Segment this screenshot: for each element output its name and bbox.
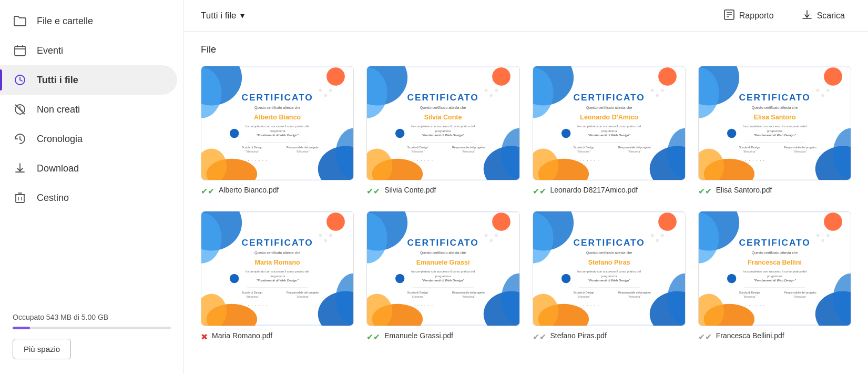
- sidebar-label-download: Download: [37, 163, 79, 174]
- file-name-row: ✔✔Elisa Santoro.pdf: [698, 186, 851, 196]
- svg-text:CERTIFICATO: CERTIFICATO: [242, 237, 313, 248]
- svg-text:Questo certificato attesta che: Questo certificato attesta che: [420, 106, 466, 110]
- svg-text:"Messina": "Messina": [628, 296, 642, 299]
- svg-point-170: [656, 239, 659, 242]
- file-thumbnail: CERTIFICATO Questo certificato attesta c…: [201, 211, 354, 326]
- svg-text:Questo certificato attesta che: Questo certificato attesta che: [254, 251, 300, 256]
- svg-point-51: [495, 89, 498, 92]
- svg-point-123: [329, 234, 332, 237]
- file-item[interactable]: CERTIFICATO Questo certificato attesta c…: [201, 66, 354, 196]
- svg-text:Questo certificato attesta che: Questo certificato attesta che: [752, 106, 798, 110]
- sidebar-item-download[interactable]: Download: [0, 154, 177, 183]
- file-name-row: ✔✔Stefano Piras.pdf: [533, 331, 686, 342]
- svg-text:programma: programma: [435, 129, 451, 133]
- svg-text:ha completato con successo il : ha completato con successo il corso prat…: [411, 270, 475, 273]
- more-space-button[interactable]: Più spazio: [13, 339, 71, 359]
- svg-text:Maria Romano: Maria Romano: [255, 259, 301, 266]
- report-label: Rapporto: [739, 11, 774, 21]
- scarica-button[interactable]: Scarica: [795, 6, 851, 26]
- sidebar-item-file-e-cartelle[interactable]: File e cartelle: [0, 6, 177, 36]
- check-icon: ✔✔: [201, 186, 215, 196]
- file-thumbnail: CERTIFICATO Questo certificato attesta c…: [366, 66, 519, 180]
- svg-text:Responsabile del progetto: Responsabile del progetto: [452, 146, 485, 149]
- svg-text:"Messina": "Messina": [577, 150, 591, 153]
- file-item[interactable]: CERTIFICATO Questo certificato attesta c…: [533, 211, 686, 341]
- trash-icon: [13, 190, 27, 205]
- svg-text:"Messina": "Messina": [462, 150, 476, 153]
- svg-text:Questo certificato attesta che: Questo certificato attesta che: [586, 251, 632, 256]
- filter-button[interactable]: Tutti i file ▾: [201, 11, 244, 21]
- svg-point-98: [821, 94, 824, 97]
- svg-point-71: [658, 67, 677, 86]
- report-button[interactable]: Rapporto: [717, 6, 780, 26]
- svg-point-96: [727, 129, 736, 138]
- file-item[interactable]: CERTIFICATO Questo certificato attesta c…: [201, 211, 354, 341]
- check-icon: ✔✔: [366, 186, 380, 196]
- storage-section: Occupato 543 MB di 5.00 GB Più spazio: [0, 302, 183, 368]
- chevron-down-icon: ▾: [240, 11, 244, 21]
- file-item[interactable]: CERTIFICATO Questo certificato attesta c…: [366, 66, 519, 196]
- svg-text:Silvia Conte: Silvia Conte: [424, 114, 462, 121]
- file-name: Francesca Bellini.pdf: [716, 331, 784, 340]
- svg-text:Francesca Bellini: Francesca Bellini: [748, 259, 802, 266]
- sidebar-label-tutti-i-file: Tutti i file: [37, 75, 78, 86]
- file-item[interactable]: CERTIFICATO Questo certificato attesta c…: [698, 211, 851, 341]
- svg-point-195: [826, 234, 830, 237]
- history-icon: [13, 132, 27, 146]
- svg-text:"Messina": "Messina": [411, 150, 425, 153]
- svg-point-50: [490, 94, 493, 97]
- svg-text:"Fondamenti di Web Design": "Fondamenti di Web Design": [422, 279, 464, 282]
- file-name: Maria Romano.pdf: [212, 331, 272, 340]
- svg-text:CERTIFICATO: CERTIFICATO: [407, 92, 479, 103]
- sidebar-item-non-creati[interactable]: Non creati: [0, 95, 177, 124]
- svg-text:CERTIFICATO: CERTIFICATO: [739, 237, 810, 248]
- svg-point-23: [326, 67, 345, 86]
- svg-point-168: [561, 274, 570, 283]
- svg-point-74: [656, 94, 659, 97]
- file-thumbnail: CERTIFICATO Questo certificato attesta c…: [533, 211, 686, 326]
- svg-text:• • • • • •: • • • • • •: [414, 159, 434, 162]
- svg-point-171: [660, 234, 663, 237]
- svg-text:Stefano Piras: Stefano Piras: [588, 259, 630, 266]
- svg-rect-7: [16, 195, 24, 203]
- topbar-actions: Rapporto Scarica: [717, 6, 851, 26]
- svg-point-145: [485, 234, 488, 237]
- svg-point-167: [658, 213, 677, 231]
- svg-text:ha completato con successo il : ha completato con successo il corso prat…: [743, 125, 806, 128]
- file-item[interactable]: CERTIFICATO Questo certificato attesta c…: [366, 211, 519, 341]
- main-content: Tutti i file ▾ Rapporto: [184, 0, 868, 374]
- svg-text:CERTIFICATO: CERTIFICATO: [242, 92, 313, 103]
- svg-text:"Messina": "Messina": [793, 296, 808, 299]
- svg-point-169: [650, 234, 653, 237]
- svg-point-49: [485, 89, 488, 92]
- sidebar-item-tutti-i-file[interactable]: Tutti i file: [0, 65, 177, 95]
- svg-text:Responsabile del progetto: Responsabile del progetto: [287, 146, 319, 149]
- svg-point-73: [650, 89, 653, 92]
- svg-point-47: [492, 67, 510, 86]
- svg-point-95: [824, 67, 842, 86]
- file-name-row: ✖Maria Romano.pdf: [201, 331, 354, 342]
- svg-text:"Messina": "Messina": [577, 296, 591, 299]
- file-item[interactable]: CERTIFICATO Questo certificato attesta c…: [698, 66, 851, 196]
- svg-text:programma: programma: [270, 275, 285, 278]
- svg-point-27: [329, 89, 332, 92]
- file-item[interactable]: CERTIFICATO Questo certificato attesta c…: [533, 66, 686, 196]
- svg-text:Responsabile del progetto: Responsabile del progetto: [784, 291, 816, 295]
- svg-text:CERTIFICATO: CERTIFICATO: [739, 92, 810, 103]
- svg-text:Scuola di Design: Scuola di Design: [407, 146, 428, 149]
- svg-point-191: [824, 213, 842, 231]
- sidebar-label-eventi: Eventi: [37, 45, 63, 56]
- sidebar-item-cronologia[interactable]: Cronologia: [0, 124, 177, 154]
- svg-text:Scuola di Design: Scuola di Design: [242, 291, 263, 295]
- check-icon: ✔✔: [366, 332, 380, 342]
- svg-text:"Fondamenti di Web Design": "Fondamenti di Web Design": [257, 279, 299, 282]
- svg-text:Scuola di Design: Scuola di Design: [739, 146, 760, 149]
- svg-text:• • • • • •: • • • • • •: [745, 305, 765, 307]
- sidebar-item-cestino[interactable]: Cestino: [0, 183, 177, 213]
- storage-bar-background: [13, 327, 171, 329]
- calendar-icon: [13, 43, 27, 58]
- sidebar-item-eventi[interactable]: Eventi: [0, 36, 177, 65]
- svg-text:"Messina": "Messina": [246, 150, 260, 153]
- svg-text:ha completato con successo il : ha completato con successo il corso prat…: [577, 270, 641, 273]
- scarica-label: Scarica: [817, 11, 845, 21]
